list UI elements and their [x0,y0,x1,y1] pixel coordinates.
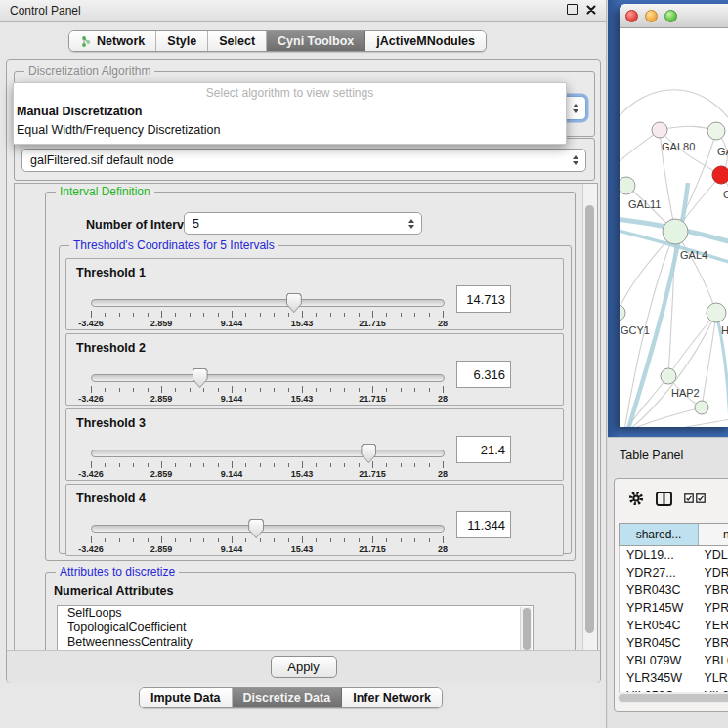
tab-discretize-data[interactable]: Discretize Data [233,688,343,707]
threshold-value-field[interactable]: 14.713 [456,285,511,313]
table-cell[interactable]: YLR3 [699,669,728,687]
minimize-traffic-light[interactable] [645,10,658,22]
column-header-shared-name[interactable]: shared... [619,524,699,545]
node-label: H [721,324,728,336]
threshold-value-field[interactable]: 21.4 [456,436,511,463]
scrollbar-thumb[interactable] [619,694,728,702]
network-node[interactable] [712,166,728,184]
tab-infer-network[interactable]: Infer Network [342,688,442,707]
attribute-item[interactable]: TopologicalCoefficient [58,621,533,635]
table-cell[interactable]: YBR043C [620,581,699,599]
threshold-list: Threshold 1-3.4262.8599.14415.4321.71528… [65,258,564,559]
table-row[interactable]: YER054CYER0 [620,617,728,634]
table-row[interactable]: YBR043CYBR0 [620,581,728,599]
attributes-group-title: Attributes to discretize [56,565,179,578]
apply-button[interactable]: Apply [271,656,337,678]
tab-select[interactable]: Select [208,31,267,51]
slider-track[interactable] [91,450,445,457]
popup-item[interactable]: Equal Width/Frequency Discretization [14,121,566,140]
slider-thumb[interactable] [193,368,208,388]
tab-cyni-toolbox[interactable]: Cyni Toolbox [267,31,365,51]
float-window-icon[interactable] [567,4,578,15]
attribute-item[interactable]: SelfLoops [58,606,533,621]
threshold-row: Threshold 2-3.4262.8599.14415.4321.71528… [65,333,564,406]
network-node[interactable] [620,177,635,194]
table-cell[interactable]: YPR145W [620,599,699,617]
table-cell[interactable]: YDR2 [699,564,728,581]
table-cell[interactable]: YDL19... [620,546,699,564]
threshold-slider[interactable]: -3.4262.8599.14415.4321.71528 [91,485,443,555]
network-node[interactable] [707,303,726,322]
node-label: GA [717,146,728,157]
settings-scrollbar[interactable] [582,184,597,651]
network-node[interactable] [661,368,676,384]
threshold-slider[interactable]: -3.4262.8599.14415.4321.71528 [91,334,443,405]
algorithm-popup-list: Manual DiscretizationEqual Width/Frequen… [14,103,566,140]
checkbox-checked-icon[interactable] [696,493,706,503]
table-row[interactable]: YBR045CYBR0 [620,634,728,652]
network-canvas[interactable]: GAL80GACGAL11GAL4GCY1HHAP2 [620,28,728,427]
table-cell[interactable]: YBL079W [620,652,699,669]
attribute-item[interactable]: BetweennessCentrality [58,635,533,650]
network-node[interactable] [663,219,688,244]
table-cell[interactable]: YBL0 [699,652,728,669]
threshold-value-field[interactable]: 6.316 [456,361,511,388]
table-cell[interactable]: YDR27... [620,564,699,581]
network-node[interactable] [695,401,708,414]
table-cell[interactable]: YER0 [699,617,728,634]
slider-thumb[interactable] [248,519,264,538]
threshold-slider[interactable]: -3.4262.8599.14415.4321.71528 [91,259,443,329]
slider-track[interactable] [91,299,445,307]
table-data-combo[interactable]: galFiltered.sif default node [21,149,586,172]
numerical-attributes-list[interactable]: SelfLoopsTopologicalCoefficientBetweenne… [57,605,534,652]
threshold-value-field[interactable]: 11.344 [456,511,511,538]
popup-item[interactable]: Manual Discretization [14,103,566,121]
control-panel-titlebar: Control Panel [0,0,606,22]
checkbox-checked-icon[interactable] [684,493,694,503]
slider-ticks [91,536,443,544]
number-of-intervals-value: 5 [193,217,199,231]
popup-hint-item: Select algorithm to view settings [14,83,566,103]
table-row[interactable]: YPR145WYPR1 [620,599,728,617]
close-icon[interactable] [586,5,596,15]
tab-impute-data[interactable]: Impute Data [140,688,233,707]
table-cell[interactable]: YDL1 [699,546,728,564]
threshold-row: Threshold 1-3.4262.8599.14415.4321.71528… [65,258,564,330]
slider-ticks [91,461,443,469]
slider-track[interactable] [91,525,445,533]
gear-icon[interactable] [628,491,644,506]
table-row[interactable]: YDR27...YDR2 [620,564,728,581]
network-node[interactable] [707,122,725,140]
number-of-intervals-combo[interactable]: 5 [184,212,422,235]
tab-style[interactable]: Style [156,31,208,51]
slider-thumb[interactable] [361,444,376,463]
table-cell[interactable]: YBR045C [620,634,699,652]
stepper-arrows-icon [408,219,414,229]
close-traffic-light[interactable] [625,10,638,22]
network-canvas-svg: GAL80GACGAL11GAL4GCY1HHAP2 [620,28,728,427]
control-panel: Control Panel NetworkStyleSelectCyni Too… [0,0,607,728]
scrollbar-thumb[interactable] [585,205,594,633]
zoom-traffic-light[interactable] [664,10,677,22]
table-row[interactable]: YDL19...YDL1 [620,546,728,564]
table-row[interactable]: YBL079WYBL0 [620,652,728,669]
table-cell[interactable]: YER054C [620,617,699,634]
network-node[interactable] [620,305,625,321]
table-cell[interactable]: YBR0 [699,581,728,599]
network-node[interactable] [652,122,667,138]
tab-jactivemnodules[interactable]: jActiveMNodules [365,31,486,51]
table-cell[interactable]: YLR345W [620,669,699,687]
slider-track[interactable] [91,374,445,382]
table-cell[interactable]: YPR1 [699,599,728,617]
slider-thumb[interactable] [286,293,302,313]
list-scrollbar[interactable] [520,607,532,651]
table-cell[interactable]: YBR0 [699,634,728,652]
table-row[interactable]: YLR345WYLR3 [620,669,728,687]
tab-label: Infer Network [353,691,431,705]
network-edge [668,313,716,376]
table-hscrollbar[interactable] [617,692,728,703]
columns-icon[interactable] [656,492,672,506]
column-header-name[interactable]: n [699,524,728,545]
threshold-slider[interactable]: -3.4262.8599.14415.4321.71528 [91,409,443,480]
tab-network[interactable]: Network [69,31,156,51]
